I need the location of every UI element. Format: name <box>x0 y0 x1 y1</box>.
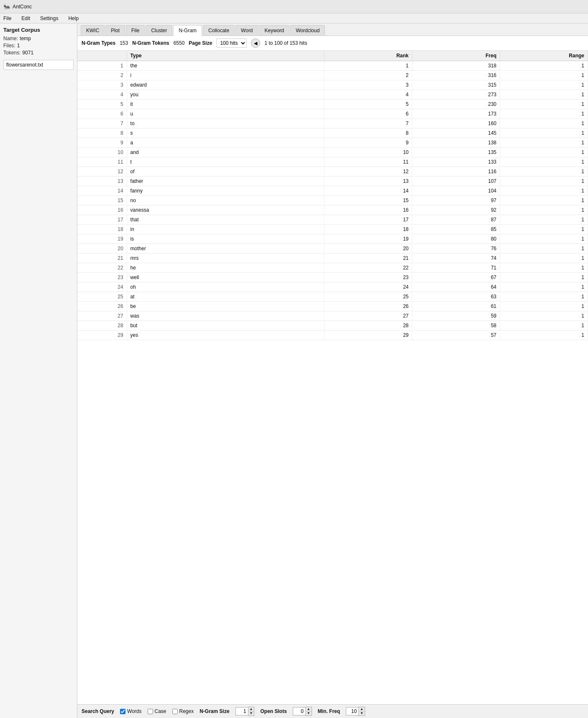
table-row[interactable]: 20 mother 20 76 1 <box>77 244 588 254</box>
ngram-size-up-button[interactable]: ▲ <box>248 707 254 712</box>
min-freq-up-button[interactable]: ▲ <box>359 707 365 712</box>
page-size-select[interactable]: 10 hits25 hits50 hits100 hits200 hits <box>216 38 247 48</box>
ngram-types-label: N-Gram Types <box>82 40 115 46</box>
case-label: Case <box>155 708 166 714</box>
cell-type: mother <box>127 244 324 254</box>
tab-cluster[interactable]: Cluster <box>146 25 172 36</box>
cell-type: of <box>127 167 324 177</box>
cell-type: vanessa <box>127 205 324 215</box>
tab-plot[interactable]: Plot <box>105 25 125 36</box>
cell-range: 1 <box>500 138 588 148</box>
table-row[interactable]: 23 well 23 67 1 <box>77 273 588 282</box>
cell-range: 1 <box>500 167 588 177</box>
table-row[interactable]: 2 i 2 316 1 <box>77 71 588 80</box>
cell-freq: 138 <box>412 138 500 148</box>
cell-rank: 12 <box>325 167 412 177</box>
table-row[interactable]: 26 be 26 61 1 <box>77 302 588 311</box>
table-row[interactable]: 22 he 22 71 1 <box>77 263 588 273</box>
cell-rank: 13 <box>325 177 412 186</box>
words-checkbox[interactable] <box>120 709 125 714</box>
cell-freq: 74 <box>412 254 500 263</box>
cell-num: 16 <box>77 205 127 215</box>
min-freq-input[interactable] <box>346 707 358 715</box>
words-checkbox-group: Words <box>120 708 141 714</box>
cell-rank: 24 <box>325 282 412 292</box>
ngram-size-input-group: ▲ ▼ <box>235 707 255 716</box>
table-row[interactable]: 15 no 15 97 1 <box>77 196 588 205</box>
table-row[interactable]: 25 at 25 63 1 <box>77 292 588 302</box>
cell-num: 6 <box>77 109 127 119</box>
table-row[interactable]: 16 vanessa 16 92 1 <box>77 205 588 215</box>
cell-num: 1 <box>77 61 127 71</box>
cell-range: 1 <box>500 196 588 205</box>
sidebar-files-value: 1 <box>17 43 20 49</box>
table-row[interactable]: 19 is 19 80 1 <box>77 234 588 244</box>
table-row[interactable]: 10 and 10 135 1 <box>77 148 588 157</box>
regex-checkbox[interactable] <box>172 709 178 714</box>
cell-freq: 61 <box>412 302 500 311</box>
cell-rank: 18 <box>325 225 412 234</box>
table-row[interactable]: 11 t 11 133 1 <box>77 157 588 167</box>
cell-range: 1 <box>500 263 588 273</box>
content-area: KWICPlotFileClusterN-GramCollocateWordKe… <box>77 23 588 718</box>
cell-rank: 23 <box>325 273 412 282</box>
table-row[interactable]: 4 you 4 273 1 <box>77 90 588 100</box>
menu-item-help[interactable]: Help <box>66 15 80 22</box>
tab-collocate[interactable]: Collocate <box>203 25 235 36</box>
menu-bar: FileEditSettingsHelp <box>0 13 588 23</box>
cell-num: 12 <box>77 167 127 177</box>
cell-type: the <box>127 61 324 71</box>
col-type: Type <box>127 51 324 61</box>
table-row[interactable]: 13 father 13 107 1 <box>77 177 588 186</box>
table-row[interactable]: 24 oh 24 64 1 <box>77 282 588 292</box>
table-row[interactable]: 18 in 18 85 1 <box>77 225 588 234</box>
cell-num: 23 <box>77 273 127 282</box>
cell-type: is <box>127 234 324 244</box>
cell-rank: 7 <box>325 119 412 128</box>
results-table: Type Rank Freq Range 1 the 1 318 1 2 i 2… <box>77 51 588 340</box>
sidebar: Target Corpus Name: temp Files: 1 Tokens… <box>0 23 77 718</box>
cell-rank: 15 <box>325 196 412 205</box>
tab-wordcloud[interactable]: Wordcloud <box>290 25 325 36</box>
table-row[interactable]: 29 yes 29 57 1 <box>77 331 588 340</box>
cell-range: 1 <box>500 282 588 292</box>
table-row[interactable]: 3 edward 3 315 1 <box>77 80 588 90</box>
regex-checkbox-group: Regex <box>172 708 194 714</box>
table-row[interactable]: 12 of 12 116 1 <box>77 167 588 177</box>
table-row[interactable]: 7 to 7 160 1 <box>77 119 588 128</box>
table-row[interactable]: 14 fanny 14 104 1 <box>77 186 588 196</box>
tab-kwic[interactable]: KWIC <box>81 25 105 36</box>
table-row[interactable]: 1 the 1 318 1 <box>77 61 588 71</box>
table-row[interactable]: 28 but 28 58 1 <box>77 321 588 331</box>
cell-rank: 22 <box>325 263 412 273</box>
menu-item-settings[interactable]: Settings <box>38 15 60 22</box>
prev-page-button[interactable]: ◀ <box>251 38 260 48</box>
tab-file[interactable]: File <box>126 25 145 36</box>
cell-type: he <box>127 263 324 273</box>
ngram-size-input[interactable] <box>235 707 248 715</box>
table-row[interactable]: 21 mrs 21 74 1 <box>77 254 588 263</box>
ngram-types-value: 153 <box>120 40 128 46</box>
open-slots-up-button[interactable]: ▲ <box>306 707 312 712</box>
menu-item-file[interactable]: File <box>2 15 13 22</box>
table-row[interactable]: 8 s 8 145 1 <box>77 128 588 138</box>
case-checkbox[interactable] <box>148 709 153 714</box>
tab-ngram[interactable]: N-Gram <box>173 25 202 36</box>
ngram-size-down-button[interactable]: ▼ <box>248 712 254 716</box>
table-row[interactable]: 17 that 17 87 1 <box>77 215 588 225</box>
table-row[interactable]: 9 a 9 138 1 <box>77 138 588 148</box>
ngram-tokens-label: N-Gram Tokens <box>132 40 169 46</box>
open-slots-label: Open Slots <box>260 708 286 714</box>
tab-word[interactable]: Word <box>235 25 258 36</box>
table-row[interactable]: 27 was 27 59 1 <box>77 311 588 321</box>
open-slots-input[interactable] <box>293 707 305 715</box>
min-freq-down-button[interactable]: ▼ <box>359 712 365 716</box>
table-row[interactable]: 6 u 6 173 1 <box>77 109 588 119</box>
tab-bar: KWICPlotFileClusterN-GramCollocateWordKe… <box>77 23 588 36</box>
sidebar-name-row: Name: temp <box>3 36 74 41</box>
open-slots-down-button[interactable]: ▼ <box>306 712 312 716</box>
table-row[interactable]: 5 it 5 230 1 <box>77 100 588 109</box>
menu-item-edit[interactable]: Edit <box>20 15 32 22</box>
tab-keyword[interactable]: Keyword <box>259 25 290 36</box>
corpus-file-item[interactable]: flowersarenot.txt <box>3 60 74 70</box>
